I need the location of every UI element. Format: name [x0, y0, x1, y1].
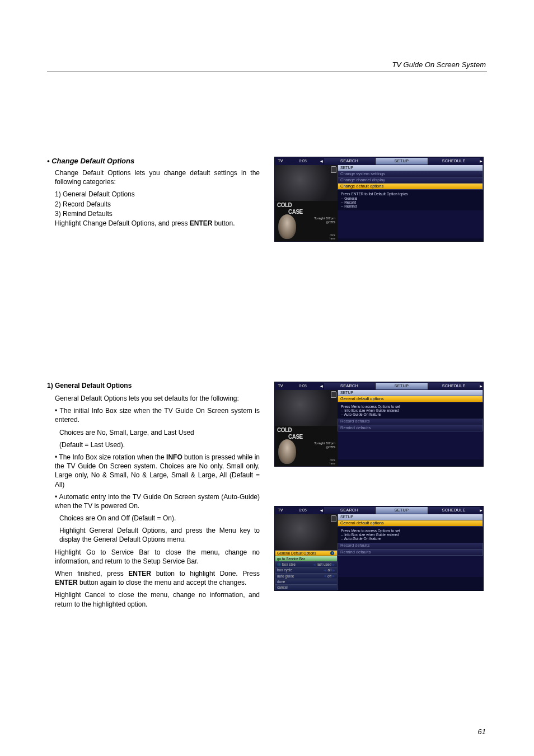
page-header-title: TV Guide On Screen System	[392, 60, 486, 69]
section-change-default-heading: • Change Default Options	[47, 157, 260, 165]
options-header: General Default Optionsi	[275, 550, 338, 556]
left-triangle-icon: ◀	[313, 563, 316, 567]
menu-description: Press Menu to access Options to set -- I…	[338, 527, 483, 543]
option-done: done	[275, 579, 338, 585]
sec1-list-2: 2) Record Defaults	[55, 200, 260, 209]
tab-schedule: SCHEDULE	[428, 383, 480, 389]
info-icon: i	[277, 562, 281, 566]
tvguide-logo: TV	[275, 159, 286, 163]
menu-remind-defaults: Remind defaults	[338, 425, 483, 431]
right-arrow-icon: ▶	[480, 508, 483, 513]
lock-icon	[331, 391, 336, 398]
clock: 8:05	[286, 508, 320, 513]
menu-remind-defaults: Remind defaults	[338, 550, 483, 556]
header-rule	[47, 72, 487, 72]
sec2-b2: • The Info Box size rotation when the IN…	[47, 453, 260, 489]
menu-general-default: General default options	[338, 396, 483, 402]
tab-search: SEARCH	[323, 158, 375, 165]
promo-panel: COLD CASE Tonight 8/7pm◎CBS click here	[275, 201, 338, 241]
menu-record-defaults: Record defaults	[338, 543, 483, 549]
promo-panel: COLD CASE Tonight 8/7pm◎CBS click here	[275, 426, 338, 466]
info-icon: i	[330, 551, 334, 555]
right-arrow-icon: ▶	[480, 158, 483, 164]
tv-screenshot-3: TV 8:05 ◀ SEARCH SETUP SCHEDULE ▶ Genera…	[274, 506, 484, 591]
menu-general-default: General default options	[338, 520, 483, 527]
right-triangle-icon: ▶	[332, 563, 335, 567]
right-arrow-icon: ▶	[480, 383, 483, 389]
sec2-p6: Highlight Cancel to close the menu, chan…	[47, 590, 260, 608]
sec1-list-3: 3) Remind Defaults	[55, 209, 260, 218]
lock-icon	[331, 166, 336, 173]
clock: 8:05	[286, 159, 320, 163]
tab-search: SEARCH	[323, 383, 375, 389]
sec2-p4: Highlight Go to Service Bar to close the…	[47, 548, 260, 566]
video-window	[275, 165, 338, 201]
lock-icon	[331, 515, 336, 522]
option-box-cycle: box cycle◀all▶	[275, 567, 338, 573]
sec1-list-1: 1) General Default Options	[55, 190, 260, 199]
promo-face	[278, 214, 296, 239]
right-triangle-icon: ▶	[332, 569, 335, 572]
sec2-b3a: • Automatic entry into the TV Guide On S…	[47, 492, 260, 510]
sec2-b3c: Highlight General Default Options, and p…	[47, 526, 260, 544]
menu-label: SETUP	[338, 514, 483, 520]
tab-search: SEARCH	[323, 507, 375, 514]
clock: 8:05	[286, 384, 320, 388]
video-window	[275, 390, 338, 426]
tv-screenshot-2: TV 8:05 ◀ SEARCH SETUP SCHEDULE ▶ COLD	[274, 382, 484, 467]
menu-description: Press Menu to access Options to set -- I…	[338, 402, 483, 419]
menu-label: SETUP	[338, 165, 483, 171]
sec2-b1: • The initial Info Box size when the TV …	[47, 406, 260, 424]
menu-change-default: Change default options	[338, 184, 483, 190]
tvguide-logo: TV	[275, 384, 286, 388]
sec2-b3b: Choices are On and Off (Default = On).	[47, 514, 260, 523]
tv-screenshot-1: TV 8:05 ◀ SEARCH SETUP SCHEDULE ▶ COLD C…	[274, 157, 484, 242]
option-box-size: ibox size◀last used▶	[275, 562, 338, 567]
left-triangle-icon: ◀	[324, 569, 326, 572]
video-window	[275, 514, 338, 550]
right-triangle-icon: ▶	[332, 574, 335, 578]
sec1-para1: Change Default Options lets you change d…	[47, 168, 260, 186]
tab-setup: SETUP	[375, 507, 427, 514]
sec2-b1c: (Default = Last Used).	[47, 440, 260, 449]
page-number: 61	[478, 727, 486, 736]
left-triangle-icon: ◀	[324, 574, 326, 578]
sec2-p1: General Default Options lets you set def…	[47, 394, 260, 403]
menu-record-defaults: Record defaults	[338, 419, 483, 425]
options-panel: General Default Optionsi go to Service B…	[275, 550, 338, 590]
tab-schedule: SCHEDULE	[428, 158, 480, 165]
promo-face	[278, 439, 296, 464]
tab-schedule: SCHEDULE	[428, 507, 480, 514]
option-go-service-bar: go to Service Bar	[275, 556, 338, 562]
sec2-p5: When finished, press ENTER button to hig…	[47, 569, 260, 587]
tvguide-logo: TV	[275, 508, 286, 513]
sec2-b1b: Choices are No, Small, Large, and Last U…	[47, 428, 260, 437]
option-cancel: cancel	[275, 585, 338, 590]
menu-change-system: Change system settings	[338, 171, 483, 177]
option-auto-guide: auto guide◀off▶	[275, 574, 338, 579]
menu-description: Press ENTER to list Default Option topic…	[338, 190, 483, 210]
section-general-default-heading: 1) General Default Options	[47, 382, 260, 389]
menu-label: SETUP	[338, 390, 483, 396]
menu-change-channel: Change channel display	[338, 177, 483, 184]
sec1-para2: Highlight Change Default Options, and pr…	[47, 219, 260, 228]
tab-setup: SETUP	[375, 383, 427, 389]
tab-setup: SETUP	[375, 158, 427, 165]
